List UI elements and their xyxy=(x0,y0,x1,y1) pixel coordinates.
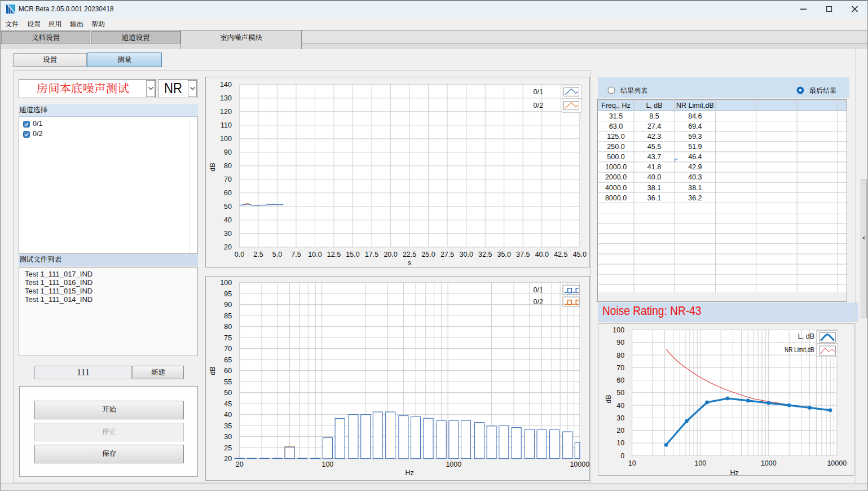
svg-text:dB: dB xyxy=(209,366,217,375)
svg-text:22.5: 22.5 xyxy=(403,251,416,258)
svg-text:38.1: 38.1 xyxy=(647,184,661,192)
svg-text:2.5: 2.5 xyxy=(253,251,263,258)
svg-text:20: 20 xyxy=(224,243,232,251)
svg-text:15.0: 15.0 xyxy=(346,251,359,258)
svg-text:25: 25 xyxy=(224,444,232,452)
svg-text:20: 20 xyxy=(616,427,624,435)
svg-text:45.5: 45.5 xyxy=(647,143,661,151)
svg-text:8000.0: 8000.0 xyxy=(605,194,627,202)
svg-text:40.3: 40.3 xyxy=(688,173,702,181)
svg-text:45: 45 xyxy=(224,400,232,408)
svg-text:125.0: 125.0 xyxy=(607,133,624,141)
svg-text:55: 55 xyxy=(224,378,232,386)
svg-text:95: 95 xyxy=(224,290,232,298)
svg-text:43.7: 43.7 xyxy=(647,153,661,161)
svg-text:69.4: 69.4 xyxy=(688,122,702,130)
svg-text:1000: 1000 xyxy=(761,459,777,467)
svg-text:10000: 10000 xyxy=(570,461,589,468)
svg-text:31.5: 31.5 xyxy=(609,112,623,120)
svg-text:140: 140 xyxy=(220,81,232,89)
svg-text:100: 100 xyxy=(220,135,232,143)
svg-text:36.2: 36.2 xyxy=(688,194,702,202)
svg-text:35: 35 xyxy=(224,422,232,430)
svg-text:Hz: Hz xyxy=(406,469,414,477)
svg-text:1000: 1000 xyxy=(446,461,461,468)
svg-text:32.5: 32.5 xyxy=(478,251,492,258)
svg-text:70: 70 xyxy=(224,176,232,183)
svg-text:Freq., Hz: Freq., Hz xyxy=(601,102,630,109)
svg-text:30: 30 xyxy=(224,230,232,238)
svg-text:40.0: 40.0 xyxy=(647,173,661,181)
svg-text:36.1: 36.1 xyxy=(647,194,661,202)
svg-text:40.0: 40.0 xyxy=(535,251,549,258)
svg-text:42.9: 42.9 xyxy=(688,163,702,171)
svg-text:4000.0: 4000.0 xyxy=(605,184,627,192)
svg-text:0/1: 0/1 xyxy=(534,88,543,96)
svg-text:40: 40 xyxy=(224,411,232,419)
svg-text:7.5: 7.5 xyxy=(291,251,301,258)
svg-text:27.5: 27.5 xyxy=(440,251,454,258)
svg-text:30: 30 xyxy=(616,414,624,422)
svg-text:5.0: 5.0 xyxy=(272,251,282,258)
svg-text:42.5: 42.5 xyxy=(554,251,567,258)
svg-text:85: 85 xyxy=(224,312,232,320)
svg-text:60: 60 xyxy=(616,376,624,384)
svg-text:500.0: 500.0 xyxy=(607,153,624,161)
svg-text:0: 0 xyxy=(620,452,624,460)
svg-text:2000.0: 2000.0 xyxy=(605,173,627,181)
svg-text:30.0: 30.0 xyxy=(460,251,473,258)
svg-text:17.5: 17.5 xyxy=(365,251,378,258)
svg-text:100: 100 xyxy=(694,459,706,467)
svg-text:51.9: 51.9 xyxy=(688,143,702,151)
svg-text:20: 20 xyxy=(224,455,232,463)
svg-text:65: 65 xyxy=(224,356,232,364)
svg-text:10000: 10000 xyxy=(827,459,847,467)
svg-text:NR Limit,dB: NR Limit,dB xyxy=(676,102,714,109)
svg-text:35.0: 35.0 xyxy=(497,251,511,258)
svg-text:60: 60 xyxy=(224,367,232,375)
svg-text:0/2: 0/2 xyxy=(534,102,543,109)
svg-text:40: 40 xyxy=(616,402,624,410)
svg-text:90: 90 xyxy=(616,339,624,347)
svg-text:50: 50 xyxy=(616,389,624,397)
svg-text:130: 130 xyxy=(220,94,232,102)
svg-text:s: s xyxy=(408,259,411,267)
svg-text:0.0: 0.0 xyxy=(235,251,244,258)
svg-text:50: 50 xyxy=(224,389,232,397)
svg-text:80: 80 xyxy=(224,162,232,170)
svg-text:59.3: 59.3 xyxy=(688,133,702,141)
svg-text:50: 50 xyxy=(224,203,232,211)
svg-text:110: 110 xyxy=(221,121,232,129)
svg-text:10.0: 10.0 xyxy=(308,251,321,258)
svg-text:70: 70 xyxy=(616,364,624,372)
svg-text:120: 120 xyxy=(220,108,232,116)
svg-text:250.0: 250.0 xyxy=(607,143,624,151)
svg-text:80: 80 xyxy=(224,323,232,331)
svg-text:dB: dB xyxy=(209,163,217,171)
svg-text:70: 70 xyxy=(224,345,232,353)
svg-text:46.4: 46.4 xyxy=(688,153,702,161)
svg-text:25.0: 25.0 xyxy=(421,251,435,258)
svg-text:10: 10 xyxy=(628,459,636,467)
svg-text:37.5: 37.5 xyxy=(516,251,530,258)
svg-text:100: 100 xyxy=(321,461,333,468)
svg-text:60: 60 xyxy=(224,189,232,197)
svg-text:30: 30 xyxy=(224,433,232,441)
svg-text:L, dB: L, dB xyxy=(646,102,662,109)
svg-text:L, dB: L, dB xyxy=(798,332,814,340)
svg-text:1000.0: 1000.0 xyxy=(605,163,627,171)
svg-text:75: 75 xyxy=(224,334,232,342)
svg-text:0/1: 0/1 xyxy=(534,286,543,294)
svg-text:45.0: 45.0 xyxy=(573,251,587,258)
svg-text:90: 90 xyxy=(224,301,232,309)
svg-text:NR Limit,dB: NR Limit,dB xyxy=(785,346,814,354)
svg-text:Hz: Hz xyxy=(730,469,739,476)
svg-text:0/2: 0/2 xyxy=(534,298,543,306)
svg-text:80: 80 xyxy=(616,352,624,360)
svg-text:42.3: 42.3 xyxy=(647,133,661,141)
svg-text:41.8: 41.8 xyxy=(647,163,661,171)
svg-text:38.1: 38.1 xyxy=(688,184,702,192)
svg-text:8.5: 8.5 xyxy=(649,112,659,120)
svg-text:40: 40 xyxy=(224,216,232,224)
svg-text:20.0: 20.0 xyxy=(384,251,397,258)
